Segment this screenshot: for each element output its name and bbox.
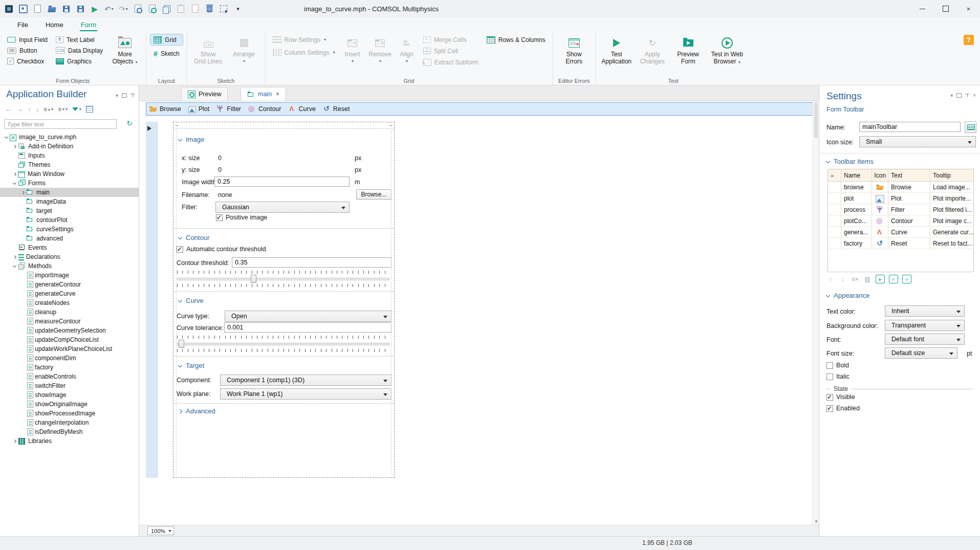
row-handle[interactable] bbox=[828, 182, 841, 192]
component-select[interactable]: Component 1 (comp1) (3D) bbox=[220, 375, 391, 386]
toolbar-items-section[interactable]: Toolbar Items bbox=[826, 158, 874, 165]
copy-icon[interactable] bbox=[162, 4, 171, 13]
tree-item[interactable]: factory bbox=[0, 363, 139, 372]
item-text-cell[interactable]: Reset bbox=[888, 238, 930, 249]
customize-toolbar-icon[interactable]: ▾ bbox=[233, 4, 243, 13]
expand-chevron-icon[interactable] bbox=[19, 201, 26, 203]
move-down-icon[interactable]: ↓ bbox=[839, 275, 847, 283]
toolbar-item-row[interactable]: genera... Curve Generate cur... bbox=[828, 227, 973, 238]
toolbar-item-row[interactable]: plotCo... Contour Plot image c... bbox=[828, 215, 973, 227]
tree-item[interactable]: updateGeometrySelection bbox=[0, 326, 139, 335]
expand-chevron-icon[interactable] bbox=[19, 219, 26, 222]
name-input[interactable] bbox=[859, 122, 961, 132]
tree-item[interactable]: showProcessedImage bbox=[0, 409, 139, 418]
item-name-cell[interactable]: plot bbox=[841, 193, 872, 204]
delete-icon[interactable]: ≡× bbox=[851, 275, 859, 283]
item-icon-cell[interactable] bbox=[872, 215, 888, 226]
column-header-text[interactable]: Text bbox=[888, 169, 930, 181]
item-tooltip-cell[interactable]: Plot importe... bbox=[930, 193, 973, 204]
tree-item[interactable]: Main Window bbox=[0, 169, 139, 179]
tab-file[interactable]: File bbox=[10, 19, 35, 31]
font-select[interactable]: Default font bbox=[885, 334, 965, 345]
split-cell-button[interactable]: Split Cell bbox=[420, 46, 482, 56]
show-grid-lines-button[interactable]: ShowGrid Lines bbox=[191, 34, 225, 65]
expand-chevron-icon[interactable] bbox=[19, 302, 26, 304]
expand-chevron-icon[interactable] bbox=[11, 164, 18, 166]
button-button[interactable]: OKButton bbox=[4, 45, 51, 56]
bold-checkbox[interactable]: Bold bbox=[826, 362, 849, 369]
tree-item[interactable]: updateWorkPlaneChoiceList bbox=[0, 344, 139, 354]
expand-chevron-icon[interactable] bbox=[19, 348, 26, 350]
expand-chevron-icon[interactable] bbox=[19, 385, 26, 387]
image-width-input[interactable] bbox=[214, 177, 350, 187]
toolbar-item-row[interactable]: browse Browse Load image... bbox=[828, 182, 973, 193]
tab-home[interactable]: Home bbox=[38, 19, 71, 31]
visible-checkbox[interactable]: Visible bbox=[826, 393, 855, 401]
filter-select[interactable]: Gaussian bbox=[215, 202, 350, 213]
tree-item[interactable]: Forms bbox=[0, 179, 139, 188]
arrange-button[interactable]: Arrange▾ bbox=[227, 34, 261, 65]
test-application-button[interactable]: TestApplication bbox=[600, 34, 634, 65]
tree-item[interactable]: curveSettings bbox=[0, 225, 139, 234]
expand-chevron-icon[interactable] bbox=[19, 403, 26, 406]
row-handle[interactable] bbox=[828, 193, 841, 204]
tree-item[interactable]: cleanup bbox=[0, 307, 139, 317]
tree-item[interactable]: createNodes bbox=[0, 298, 139, 307]
move-down-icon[interactable]: ↓ bbox=[36, 105, 39, 113]
curve-tolerance-input[interactable] bbox=[224, 322, 391, 333]
form-layout[interactable]: ↔↔ Image x: size 0 px y: size 0 px Image… bbox=[173, 122, 395, 478]
item-name-cell[interactable]: genera... bbox=[841, 227, 872, 237]
work-plane-select[interactable]: Work Plane 1 (wp1) bbox=[220, 388, 391, 400]
column-header-icon[interactable]: Icon bbox=[872, 169, 888, 181]
more-objects-button[interactable]: MoreObjects ▾ bbox=[108, 34, 142, 66]
section-advanced[interactable]: Advanced bbox=[179, 407, 215, 415]
collapse-all-icon[interactable]: ≡▾▾ bbox=[58, 106, 68, 113]
extract-subform-button[interactable]: Extract Subform bbox=[420, 57, 482, 68]
item-tooltip-cell[interactable]: Generate cur... bbox=[930, 227, 973, 237]
expand-chevron-icon[interactable] bbox=[19, 191, 26, 194]
tree-item[interactable]: changeInterpolation bbox=[0, 418, 139, 427]
tree-item[interactable]: showOriginalImage bbox=[0, 400, 139, 409]
tab-preview[interactable]: Preview bbox=[181, 87, 228, 101]
input-field-button[interactable]: Input Field bbox=[4, 34, 51, 45]
text-color-select[interactable]: Inherit bbox=[885, 305, 965, 317]
form-toolbar-button[interactable]: Filter bbox=[216, 105, 241, 113]
form-toolbar-button[interactable]: Browse bbox=[149, 105, 181, 113]
column-header-name[interactable]: Name bbox=[841, 169, 872, 181]
duplicate-icon[interactable]: → bbox=[190, 4, 200, 13]
refresh-filter-icon[interactable]: ↻ bbox=[126, 119, 133, 127]
insert-button[interactable]: Insert▾ bbox=[340, 34, 365, 65]
item-text-cell[interactable]: Filter bbox=[888, 204, 930, 215]
filter-icon[interactable]: ▾ bbox=[72, 107, 81, 112]
row-handle[interactable] bbox=[828, 227, 841, 237]
item-icon-cell[interactable] bbox=[872, 227, 888, 237]
undo-icon[interactable]: ↶▾ bbox=[104, 4, 114, 13]
panel-pin-icon[interactable] bbox=[965, 93, 969, 98]
align-button[interactable]: Align▾ bbox=[396, 34, 418, 65]
tab-main[interactable]: main × bbox=[241, 87, 286, 101]
section-target[interactable]: Target bbox=[179, 362, 204, 369]
scroll-down-icon[interactable]: ▾ bbox=[813, 518, 819, 525]
redo-icon[interactable]: ↷▾ bbox=[119, 4, 128, 13]
tree-item[interactable]: importImage bbox=[0, 271, 139, 280]
close-button[interactable]: × bbox=[957, 0, 980, 17]
expand-chevron-icon[interactable] bbox=[11, 183, 18, 184]
italic-checkbox[interactable]: Italic bbox=[826, 373, 850, 380]
expand-chevron-icon[interactable] bbox=[19, 357, 26, 360]
zoom-control[interactable]: 100% bbox=[147, 526, 174, 535]
expand-chevron-icon[interactable] bbox=[11, 266, 18, 267]
item-text-cell[interactable]: Curve bbox=[888, 227, 930, 237]
item-icon-cell[interactable] bbox=[872, 193, 888, 204]
item-icon-cell[interactable] bbox=[872, 204, 888, 215]
vertical-scrollbar[interactable]: ▾ bbox=[813, 101, 819, 525]
rows-columns-button[interactable]: Rows & Columns bbox=[484, 34, 549, 45]
item-name-cell[interactable]: plotCo... bbox=[841, 215, 872, 226]
panel-pin-icon[interactable] bbox=[130, 93, 135, 98]
merge-cells-button[interactable]: Merge Cells bbox=[420, 34, 482, 45]
delete-icon[interactable] bbox=[205, 4, 214, 13]
form-toolbar-button[interactable]: Contour bbox=[248, 105, 281, 113]
panel-close-icon[interactable]: × bbox=[973, 93, 976, 98]
item-name-cell[interactable]: factory bbox=[841, 238, 872, 249]
panel-float-icon[interactable] bbox=[956, 93, 962, 98]
select-icon[interactable] bbox=[219, 4, 228, 13]
